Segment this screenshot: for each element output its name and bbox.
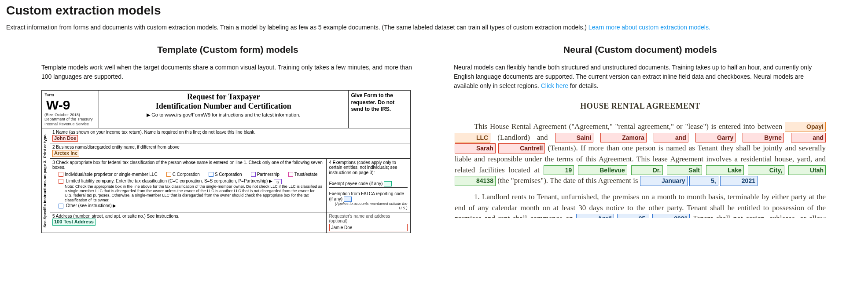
w9-give-instruction: Give Form to the requester. Do not send … bbox=[349, 91, 410, 128]
field-tenant: Cantrell bbox=[498, 143, 545, 153]
field-tenant-sep: and bbox=[654, 133, 688, 142]
w9-row1: 1 Name (as shown on your income tax retu… bbox=[50, 128, 410, 143]
lease-paragraph-1: This House Rental Agreement ("Agreement,… bbox=[455, 121, 826, 186]
field-address: Bellevue bbox=[578, 165, 627, 175]
lease-paragraph-2: 1. Landlord rents to Tenant, unfurnished… bbox=[455, 192, 826, 218]
field-address: Salt bbox=[667, 165, 702, 175]
w9-title-line2: Identification Number and Certification bbox=[102, 102, 346, 111]
columns-container: Template (Custom form) models Template m… bbox=[6, 44, 862, 233]
lease-heading: HOUSE RENTAL AGREEMENT bbox=[455, 100, 826, 112]
w9-row5: 5 Address (number, street, and apt. or s… bbox=[50, 212, 410, 233]
checkbox-icon bbox=[59, 179, 63, 184]
field-tenant: Saini bbox=[555, 133, 593, 142]
neural-desc-post: for details. bbox=[568, 82, 598, 89]
lease-document-example: HOUSE RENTAL AGREEMENT This House Rental… bbox=[454, 99, 827, 218]
w9-row2-label: 2 Business name/disregarded entity name,… bbox=[52, 145, 408, 150]
opt-ccorp: C Corporation bbox=[173, 172, 200, 177]
field-requester-name: Jamie Doe bbox=[329, 224, 408, 232]
form-number: W-9 bbox=[46, 98, 97, 113]
field-tenant: Garry bbox=[695, 133, 736, 142]
w9-title-line1: Request for Taxpayer bbox=[102, 92, 346, 102]
lease-text: (the "premises"). The date of this Agree… bbox=[497, 176, 640, 185]
field-landlord: Opayi bbox=[785, 122, 826, 131]
field-tenant-sep: and bbox=[791, 133, 826, 142]
field-tenant: Sarah bbox=[455, 143, 496, 153]
neural-col-title: Neural (Custom document) models bbox=[454, 44, 827, 55]
field-address: Utah bbox=[788, 165, 826, 175]
w9-sidebar: See Specific Instructions on page 3. Pri… bbox=[42, 128, 50, 233]
checkbox-icon bbox=[251, 172, 256, 177]
field-address: City, bbox=[748, 165, 784, 175]
intro-paragraph: Extract information from forms and docum… bbox=[6, 23, 862, 32]
neural-models-column: Neural (Custom document) models Neural m… bbox=[454, 44, 827, 233]
form-dept2: Internal Revenue Service bbox=[44, 122, 96, 126]
page-title: Custom extraction models bbox=[6, 4, 862, 18]
w9-form-id: Form W-9 (Rev. October 2018) Department … bbox=[42, 91, 99, 128]
neural-col-desc: Neural models can flexibly handle both s… bbox=[454, 63, 827, 91]
opt-individual: Individual/sole proprietor or single-mem… bbox=[65, 172, 158, 177]
field-agreement-date: January bbox=[640, 176, 688, 186]
checkbox-icon bbox=[59, 204, 63, 208]
field-agreement-date: 5, bbox=[689, 176, 718, 186]
field-llc-classification: S bbox=[274, 179, 282, 184]
checkbox-icon bbox=[288, 172, 293, 177]
form-revision: (Rev. October 2018) bbox=[44, 113, 96, 117]
template-col-desc: Template models work well when the targe… bbox=[41, 63, 414, 81]
template-col-title: Template (Custom form) models bbox=[41, 44, 414, 55]
w9-row3-4: 3 Check appropriate box for federal tax … bbox=[50, 159, 410, 212]
field-business-name: Arctex Inc bbox=[52, 150, 79, 157]
w9-header: Form W-9 (Rev. October 2018) Department … bbox=[42, 91, 410, 128]
neural-desc-pre: Neural models can flexibly handle both s… bbox=[454, 64, 812, 89]
w9-sidebar-text2: See Specific Instructions on page 3. bbox=[43, 160, 49, 227]
form-label: Form bbox=[44, 92, 54, 97]
field-landlord: LLC bbox=[455, 133, 490, 142]
field-tenant: Byrne bbox=[743, 133, 784, 142]
exempt-payee-label: Exempt payee code (if any) bbox=[329, 181, 383, 186]
field-address: 100 Test Address bbox=[52, 219, 96, 226]
opt-trust: Trust/estate bbox=[294, 172, 317, 177]
checkbox-icon bbox=[59, 172, 63, 177]
w9-row2: 2 Business name/disregarded entity name,… bbox=[50, 143, 410, 158]
opt-llc-note: Note: Check the appropriate box in the l… bbox=[65, 184, 324, 202]
w9-row3-label: 3 Check appropriate box for federal tax … bbox=[52, 160, 324, 170]
w9-row5-label: 5 Address (number, street, and apt. or s… bbox=[52, 214, 324, 219]
field-address: Dr. bbox=[631, 165, 663, 175]
w9-form-example: Form W-9 (Rev. October 2018) Department … bbox=[41, 90, 411, 233]
opt-llc: Limited liability company. Enter the tax… bbox=[66, 179, 272, 183]
w9-body: See Specific Instructions on page 3. Pri… bbox=[42, 128, 410, 233]
w9-row4: 4 Exemptions (codes apply only to certai… bbox=[327, 159, 410, 212]
form-dept1: Department of the Treasury bbox=[44, 117, 96, 121]
w9-checkbox-options: Individual/sole proprietor or single-mem… bbox=[59, 172, 324, 177]
field-address: Lake bbox=[706, 165, 744, 175]
field-start-date: April bbox=[576, 214, 614, 218]
field-agreement-date: 2021 bbox=[720, 176, 758, 186]
click-here-link[interactable]: Click here bbox=[541, 82, 568, 89]
w9-title: Request for Taxpayer Identification Numb… bbox=[99, 91, 349, 128]
opt-other: Other (see instructions) ▶ bbox=[66, 203, 117, 208]
w9-row1-label: 1 Name (as shown on your income tax retu… bbox=[52, 130, 408, 135]
w9-sidebar-text1: Print or type. bbox=[43, 134, 49, 158]
w9-goto: ▶ Go to www.irs.gov/FormW9 for instructi… bbox=[102, 112, 346, 118]
w9-row4-label: 4 Exemptions (codes apply only to certai… bbox=[329, 160, 408, 175]
field-start-date: 2021 bbox=[652, 214, 690, 218]
field-start-date: 05, bbox=[617, 214, 649, 218]
checkbox-icon bbox=[166, 172, 171, 177]
learn-more-link[interactable]: Learn more about custom extraction model… bbox=[588, 24, 710, 31]
w9-row3: 3 Check appropriate box for federal tax … bbox=[50, 159, 327, 212]
field-address: 84138 bbox=[455, 176, 496, 186]
field-name: John Doe bbox=[52, 135, 78, 142]
checkbox-icon bbox=[209, 172, 213, 177]
lease-text: (Landlord) and bbox=[497, 133, 555, 142]
field-exempt-payee bbox=[384, 181, 392, 186]
opt-scorp: S Corporation bbox=[215, 172, 242, 177]
fatca-label: Exemption from FATCA reporting code (if … bbox=[329, 191, 404, 201]
opt-partnership: Partnership bbox=[257, 172, 280, 177]
template-models-column: Template (Custom form) models Template m… bbox=[41, 44, 414, 233]
lease-text: This House Rental Agreement ("Agreement,… bbox=[474, 122, 785, 131]
intro-text: Extract information from forms and docum… bbox=[6, 24, 588, 31]
fatca-note: (Applies to accounts maintained outside … bbox=[329, 202, 408, 211]
requester-label: Requester's name and address (optional) bbox=[329, 214, 408, 224]
field-address: 19 bbox=[544, 165, 574, 175]
w9-main: 1 Name (as shown on your income tax retu… bbox=[50, 128, 410, 233]
field-tenant: Zamora bbox=[600, 133, 647, 142]
